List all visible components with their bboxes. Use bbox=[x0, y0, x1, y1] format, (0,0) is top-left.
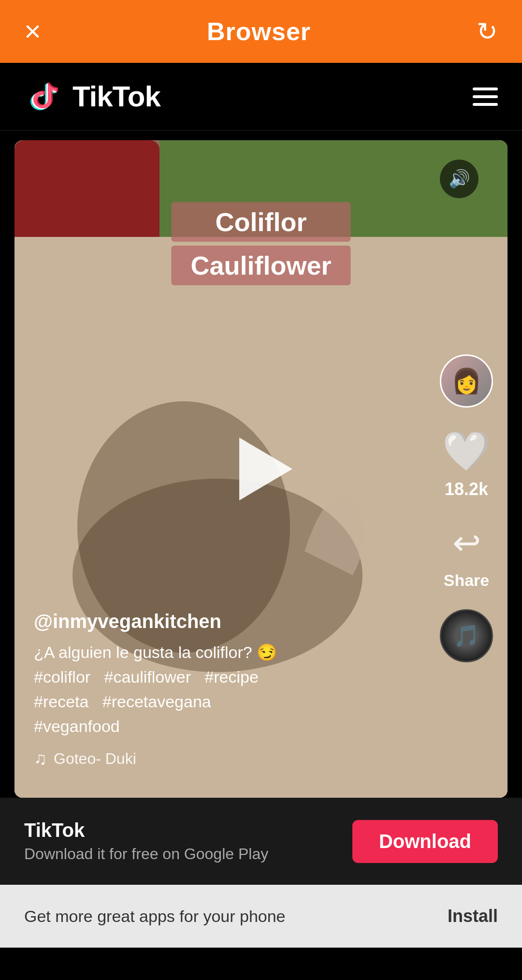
hashtag-recipe[interactable]: #recipe bbox=[204, 668, 259, 686]
share-section[interactable]: ↪ Share bbox=[442, 519, 491, 590]
video-sidebar: 👩 🤍 18.2k ↪ Share 🎵 bbox=[440, 354, 493, 662]
like-section: 🤍 18.2k bbox=[442, 427, 491, 499]
share-label: Share bbox=[444, 571, 490, 590]
tiktok-logo-text: TikTok bbox=[72, 80, 160, 113]
music-disc-icon: 🎵 bbox=[453, 623, 480, 648]
video-info: @inmyvegankitchen ¿A alguien le gusta la… bbox=[34, 611, 430, 769]
refresh-icon[interactable]: ↻ bbox=[477, 17, 498, 46]
video-text-overlay: Coliflor Cauliflower bbox=[171, 198, 350, 289]
video-username[interactable]: @inmyvegankitchen bbox=[34, 611, 430, 632]
music-track: Goteo- Duki bbox=[54, 750, 136, 768]
like-count: 18.2k bbox=[445, 479, 488, 499]
video-text-line1: Coliflor bbox=[171, 202, 350, 242]
creator-avatar[interactable]: 👩 bbox=[440, 354, 493, 408]
share-icon: ↪ bbox=[452, 523, 481, 563]
share-icon-circle: ↪ bbox=[442, 519, 491, 567]
hashtag-cauliflower[interactable]: #cauliflower bbox=[104, 668, 191, 686]
svg-rect-1 bbox=[14, 140, 160, 247]
sound-button[interactable]: 🔊 bbox=[440, 160, 478, 198]
video-background: Coliflor Cauliflower 🔊 👩 🤍 18.2k bbox=[14, 140, 508, 798]
install-text: Get more great apps for your phone bbox=[24, 907, 286, 926]
sound-icon: 🔊 bbox=[449, 169, 470, 189]
music-disc[interactable]: 🎵 bbox=[440, 609, 493, 662]
video-description: ¿A alguien le gusta la coliflor? 😏 #coli… bbox=[34, 640, 430, 739]
download-subtitle: Download it for free on Google Play bbox=[24, 845, 268, 863]
download-button[interactable]: Download bbox=[352, 820, 498, 863]
browser-title: Browser bbox=[207, 17, 311, 46]
hashtag-veganfood[interactable]: #veganfood bbox=[34, 717, 120, 735]
download-app-name: TikTok bbox=[24, 819, 268, 841]
browser-bar: × Browser ↻ bbox=[0, 0, 522, 63]
svg-rect-0 bbox=[24, 77, 63, 116]
menu-icon[interactable] bbox=[473, 88, 498, 106]
hashtag-receta[interactable]: #receta bbox=[34, 692, 88, 711]
tiktok-header: TikTok bbox=[0, 63, 522, 131]
play-triangle-icon bbox=[239, 438, 292, 500]
tiktok-logo-area[interactable]: TikTok bbox=[24, 77, 160, 116]
video-text-line2: Cauliflower bbox=[171, 246, 350, 285]
download-info: TikTok Download it for free on Google Pl… bbox=[24, 819, 268, 863]
hashtag-coliflor[interactable]: #coliflor bbox=[34, 668, 90, 686]
avatar-image: 👩 bbox=[451, 367, 481, 395]
install-banner: Get more great apps for your phone Insta… bbox=[0, 885, 522, 948]
hashtag-recetavegana[interactable]: #recetavegana bbox=[102, 692, 211, 711]
video-music: ♫ Goteo- Duki bbox=[34, 748, 430, 769]
download-banner: TikTok Download it for free on Google Pl… bbox=[0, 798, 522, 885]
video-container: Coliflor Cauliflower 🔊 👩 🤍 18.2k bbox=[14, 140, 508, 798]
tiktok-logo-icon bbox=[24, 77, 63, 116]
install-button[interactable]: Install bbox=[448, 906, 498, 926]
play-button[interactable] bbox=[230, 438, 292, 500]
heart-icon: 🤍 bbox=[442, 428, 491, 474]
music-note-icon: ♫ bbox=[34, 748, 47, 769]
close-icon[interactable]: × bbox=[24, 17, 41, 46]
like-button[interactable]: 🤍 bbox=[442, 427, 491, 475]
